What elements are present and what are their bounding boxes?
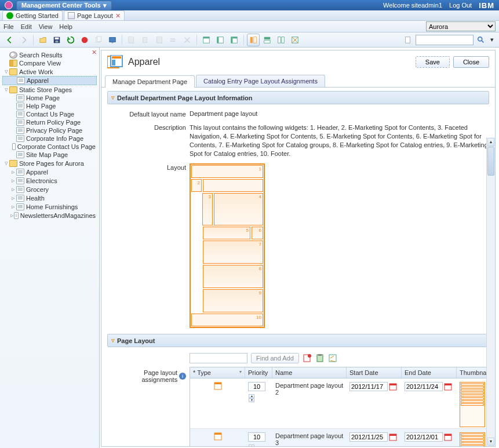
left-panel: ✕ Search Results Compare View ▿Active Wo… xyxy=(0,48,100,448)
col-name[interactable]: Name xyxy=(272,367,347,378)
tree-static-child[interactable]: Privacy Policy Page xyxy=(2,126,97,134)
tree-active-work[interactable]: ▿Active Work xyxy=(2,67,97,76)
layout3-button[interactable] xyxy=(275,34,287,46)
priority-input[interactable] xyxy=(248,432,265,442)
tree-static-child[interactable]: Corporate Contact Us Page xyxy=(2,143,97,151)
menu-edit[interactable]: Edit xyxy=(21,23,32,30)
tree-store-child[interactable]: ▹NewslettersAndMagazines xyxy=(2,211,97,220)
tree-store-child[interactable]: ▹Health xyxy=(2,194,97,202)
tree-static-child[interactable]: Return Policy Page xyxy=(2,118,97,126)
col-start[interactable]: Start Date xyxy=(347,367,402,378)
save-button[interactable]: Save xyxy=(416,56,450,68)
toolbar-search-input[interactable] xyxy=(416,35,473,45)
svg-rect-7 xyxy=(111,42,114,43)
layout2-button[interactable] xyxy=(261,34,274,46)
util-icon[interactable] xyxy=(328,354,337,363)
tree-store-child[interactable]: ▹Apparel xyxy=(2,167,97,176)
tree-static-child[interactable]: Corporate Info Page xyxy=(2,134,97,143)
check-icon xyxy=(6,12,13,19)
svg-point-26 xyxy=(478,37,482,41)
menu-file[interactable]: File xyxy=(3,23,14,30)
section-page-layout[interactable]: ▿ Page Layout xyxy=(107,334,489,347)
copy2-button[interactable] xyxy=(139,34,152,46)
menu-help[interactable]: Help xyxy=(59,23,72,30)
layout4-button[interactable] xyxy=(289,34,301,46)
search-button[interactable] xyxy=(475,34,487,46)
close-button[interactable]: Close xyxy=(453,56,489,68)
paste-icon[interactable] xyxy=(315,354,325,363)
col-thumb[interactable]: Thumbnail xyxy=(457,367,489,378)
tree-apparel-selected[interactable]: Apparel xyxy=(2,76,97,85)
tree-store-child[interactable]: ▹Grocery xyxy=(2,185,97,194)
scroll-thumb[interactable] xyxy=(487,147,494,176)
tree-compare-view[interactable]: Compare View xyxy=(2,59,97,67)
start-date-input[interactable] xyxy=(349,382,388,391)
paste-button[interactable] xyxy=(153,34,166,46)
table-row[interactable]: ▴▾ Department page layout 3 xyxy=(190,429,489,446)
calendar-icon[interactable] xyxy=(444,383,452,391)
cut-button[interactable] xyxy=(125,34,138,46)
layout1-button[interactable] xyxy=(247,34,260,46)
scroll-down-icon[interactable]: ▾ xyxy=(487,438,494,446)
search-dropdown-button[interactable]: ▾ xyxy=(489,34,496,46)
priority-spinner[interactable]: ▴▾ xyxy=(249,445,254,446)
find-add-button[interactable]: Find and Add xyxy=(251,353,299,363)
close-icon[interactable]: ✕ xyxy=(115,12,121,20)
menu-view[interactable]: View xyxy=(39,23,53,30)
priority-spinner[interactable]: ▴▾ xyxy=(249,394,254,402)
forward-button[interactable] xyxy=(17,34,30,46)
tree-static-child[interactable]: Site Map Page xyxy=(2,151,97,159)
tree-search-results[interactable]: Search Results xyxy=(2,51,97,59)
assignments-row: Page layout assignments i * Type▾ Priori… xyxy=(107,367,489,446)
tab-manage-department[interactable]: Manage Department Page xyxy=(105,75,195,88)
view2-button[interactable] xyxy=(214,34,227,46)
section-default-info[interactable]: ▿ Default Department Page Layout Informa… xyxy=(107,91,489,104)
tree-static-child[interactable]: Contact Us Page xyxy=(2,110,97,118)
col-type[interactable]: * Type▾ xyxy=(190,367,245,378)
stop-button[interactable] xyxy=(78,34,91,46)
priority-input[interactable] xyxy=(248,382,265,391)
new-icon[interactable] xyxy=(303,354,312,363)
logout-link[interactable]: Log Out xyxy=(449,2,472,9)
table-row[interactable]: ▴▾ Department page layout 2 xyxy=(190,378,489,429)
calendar-icon[interactable] xyxy=(389,383,397,391)
svg-point-32 xyxy=(308,354,311,358)
delete-button[interactable] xyxy=(181,34,194,46)
view3-button[interactable] xyxy=(228,34,241,46)
store-select[interactable]: Aurora xyxy=(426,21,496,31)
info-icon[interactable]: i xyxy=(179,373,186,380)
tab-getting-started[interactable]: Getting Started xyxy=(2,10,63,20)
tree-static-child[interactable]: Help Page xyxy=(2,102,97,110)
col-end[interactable]: End Date xyxy=(402,367,457,378)
panel-close-icon[interactable]: ✕ xyxy=(92,49,97,56)
swap-button[interactable] xyxy=(167,34,180,46)
view1-button[interactable] xyxy=(200,34,213,46)
tree-static-pages[interactable]: ▿Static Store Pages xyxy=(2,85,97,94)
tree-static-child[interactable]: Home Page xyxy=(2,94,97,102)
tab-catalog-entry[interactable]: Catalog Entry Page Layout Assignments xyxy=(196,75,325,87)
end-date-input[interactable] xyxy=(405,382,443,391)
open-button[interactable] xyxy=(37,34,49,46)
tab-page-layout[interactable]: Page Layout ✕ xyxy=(64,10,125,20)
tree-store-child[interactable]: ▹Electronics xyxy=(2,176,97,185)
col-priority[interactable]: Priority xyxy=(245,367,272,378)
tools-menu-button[interactable]: Management Center Tools ▾ xyxy=(16,1,112,10)
back-button[interactable] xyxy=(3,34,16,46)
refresh-button[interactable] xyxy=(64,34,77,46)
calendar-icon[interactable] xyxy=(389,433,397,441)
calendar-icon[interactable] xyxy=(444,433,452,441)
tree-store-pages[interactable]: ▿Store Pages for Aurora xyxy=(2,159,97,167)
top-header: Management Center Tools ▾ Welcome sitead… xyxy=(0,0,499,10)
new-doc-button[interactable] xyxy=(402,34,414,46)
svg-rect-16 xyxy=(231,37,233,43)
save-button[interactable] xyxy=(50,34,63,46)
store-dropdown[interactable]: Aurora xyxy=(426,21,496,31)
vertical-scrollbar[interactable]: ▴ ▾ xyxy=(486,137,495,446)
end-date-input[interactable] xyxy=(405,432,443,442)
start-date-input[interactable] xyxy=(349,432,388,442)
find-input[interactable] xyxy=(190,353,247,363)
preview-button[interactable] xyxy=(106,34,119,46)
copy-button[interactable] xyxy=(92,34,105,46)
scroll-up-icon[interactable]: ▴ xyxy=(487,138,494,146)
tree-store-child[interactable]: ▹Home Furnishings xyxy=(2,202,97,211)
